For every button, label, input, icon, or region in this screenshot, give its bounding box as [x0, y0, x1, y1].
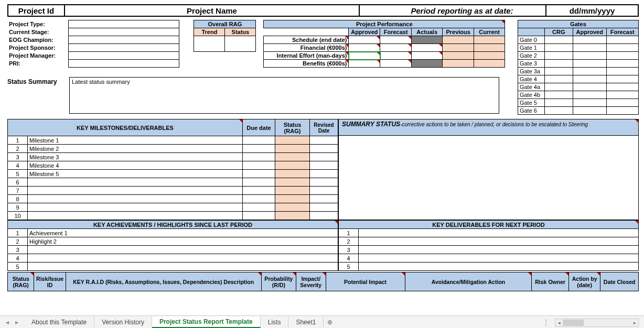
label-project-manager: Project Manager: — [7, 52, 69, 60]
scroll-left-icon[interactable]: ◂ — [555, 319, 563, 326]
perf-col-actuals: Actuals — [411, 28, 442, 36]
raid-col-mitigation: Avoidance/Mitigation Action — [405, 272, 532, 291]
achievement-desc[interactable]: Achievement 1 — [28, 229, 338, 237]
rag-status-cell[interactable] — [225, 36, 256, 52]
raid-col-desc: KEY R.A.I.D (Risks, Assumptions, Issues,… — [66, 272, 261, 291]
perf-col-previous: Previous — [443, 28, 474, 36]
status-summary-box[interactable]: Latest status summary — [69, 77, 499, 114]
project-performance-table: Project Performance Approved Forecast Ac… — [263, 20, 505, 68]
perf-col-current: Current — [474, 28, 505, 36]
project-meta: Project Type: Current Stage: EOG Champio… — [7, 20, 179, 68]
input-eog-champion[interactable] — [69, 36, 179, 44]
milestones-status-header: Status (RAG) — [275, 119, 310, 136]
gate-row: Gate 1 — [518, 44, 544, 52]
summary-status-body[interactable] — [338, 136, 639, 220]
header-period-label: Period reporting as at date: — [379, 4, 546, 17]
input-project-sponsor[interactable] — [69, 44, 179, 52]
raid-col-status: Status (RAG) — [8, 272, 34, 291]
gates-col-crg: CRG — [544, 28, 573, 36]
raid-col-impact: Impact/ Severity — [296, 272, 326, 291]
rag-trend-cell[interactable] — [194, 36, 225, 52]
achievements-header: KEY ACHIEVEMENTS / HIGHLIGHTS SINCE LAST… — [8, 221, 338, 229]
label-project-type: Project Type: — [7, 20, 69, 28]
label-pri: PRI: — [7, 60, 69, 68]
perf-row-effort: Internal Effort (man-days) — [264, 52, 349, 60]
gates-title: Gates — [518, 20, 638, 28]
summary-status-header: SUMMARY STATUS-corrective actions to be … — [338, 119, 639, 136]
perf-row-schedule: Schedule (end date) — [264, 36, 349, 44]
rag-trend-header: Trend — [194, 28, 225, 36]
gate-row: Gate 2 — [518, 52, 544, 60]
input-current-stage[interactable] — [69, 28, 179, 36]
rag-status-header: Status — [225, 28, 256, 36]
gate-row: Gate 3a — [518, 68, 544, 75]
perf-title: Project Performance — [264, 20, 505, 28]
deliverables-next-table: KEY DELIVERABLES FOR NEXT PERIOD 1 2 3 4… — [338, 220, 639, 271]
scroll-thumb[interactable] — [563, 320, 584, 326]
sheet-tab[interactable]: Version History — [94, 317, 152, 327]
raid-col-owner: Risk Owner — [532, 272, 569, 291]
header-project-id: Project Id — [7, 4, 65, 17]
label-eog-champion: EOG Champion: — [7, 36, 69, 44]
raid-table: Status (RAG) Risk/Issue ID KEY R.A.I.D (… — [7, 272, 639, 291]
add-sheet-icon[interactable]: ⊕ — [324, 319, 336, 326]
header-project-name: Project Name — [65, 4, 360, 17]
milestones-revised-header: Revised Date — [310, 119, 338, 136]
sheet-tab[interactable]: About this Template — [24, 317, 94, 327]
gate-row: Gate 4a — [518, 83, 544, 91]
gate-row: Gate 0 — [518, 36, 544, 44]
tab-nav-prev-icon[interactable]: ▸ — [13, 318, 21, 326]
raid-col-closed: Date Closed — [600, 272, 639, 291]
tab-overflow-icon[interactable]: ⋮ — [543, 319, 550, 326]
achievements-table: KEY ACHIEVEMENTS / HIGHLIGHTS SINCE LAST… — [7, 220, 338, 271]
milestones-header: KEY MILESTONES/DELIVERABLES — [8, 119, 243, 136]
gate-row: Gate 5 — [518, 99, 544, 107]
sheet-tab[interactable]: Sheet1 — [288, 317, 324, 327]
perf-row-financial: Financial (€000s) — [264, 44, 349, 52]
raid-col-actionby: Action by (date) — [568, 272, 600, 291]
perf-col-forecast: Forecast — [380, 28, 412, 36]
deliverables-next-header: KEY DELIVERABLES FOR NEXT PERIOD — [339, 221, 639, 229]
input-project-manager[interactable] — [69, 52, 179, 60]
gate-row: Gate 4 — [518, 75, 544, 83]
overall-rag-box: Overall RAG Trend Status — [194, 20, 256, 52]
label-current-stage: Current Stage: — [7, 28, 69, 36]
sheet-tab-active[interactable]: Project Status Report Template — [152, 316, 261, 328]
milestones-due-header: Due date — [243, 119, 275, 136]
milestones-table: KEY MILESTONES/DELIVERABLES Due date Sta… — [7, 119, 338, 220]
sheet-tab-bar: ◂ ▸ About this Template Version History … — [0, 315, 644, 328]
raid-col-prob: Probability (R/D) — [261, 272, 296, 291]
gates-table: Gates CRG Approved Forecast Gate 0 Gate … — [518, 20, 639, 115]
scroll-right-icon[interactable]: ▸ — [631, 319, 638, 326]
input-project-type[interactable] — [69, 20, 179, 28]
raid-col-potential: Potential Impact — [326, 272, 405, 291]
gate-row: Gate 3 — [518, 60, 544, 68]
perf-col-approved: Approved — [349, 28, 380, 36]
input-pri[interactable] — [69, 60, 179, 68]
title-bar: Project Id Project Name Period reporting… — [7, 4, 639, 17]
status-summary-label: Status Summary — [7, 77, 69, 114]
rag-title: Overall RAG — [194, 20, 256, 28]
sheet-tab[interactable]: Lists — [261, 317, 289, 327]
raid-col-id: Risk/Issue ID — [34, 272, 66, 291]
label-project-sponsor: Project Sponsor: — [7, 44, 69, 52]
header-date[interactable]: dd/mm/yyyy — [546, 4, 639, 17]
gate-row: Gate 6 — [518, 107, 544, 115]
gate-row: Gate 4b — [518, 91, 544, 99]
gates-col-approved: Approved — [573, 28, 606, 36]
gates-col-forecast: Forecast — [606, 28, 638, 36]
perf-row-benefits: Benefits (€000s) — [264, 60, 349, 68]
milestone-desc[interactable]: Milestone 1 — [28, 136, 243, 145]
tab-nav-first-icon[interactable]: ◂ — [3, 318, 12, 326]
horizontal-scrollbar[interactable]: ◂ ▸ — [555, 319, 639, 327]
